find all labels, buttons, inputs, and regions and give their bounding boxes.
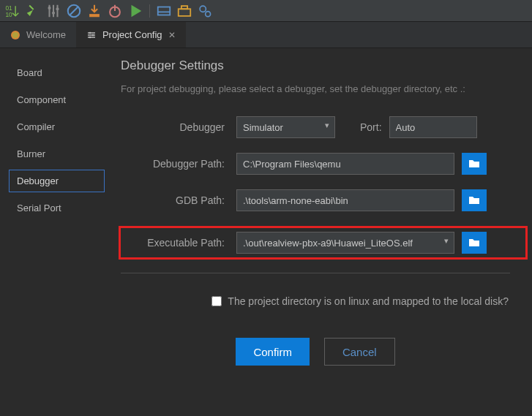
debugger-path-input[interactable] <box>236 153 454 175</box>
run-icon[interactable] <box>127 3 143 19</box>
sidebar-item-label: Compiler <box>17 121 55 132</box>
svg-rect-10 <box>158 7 171 15</box>
gdb-path-input[interactable] <box>236 189 454 211</box>
label-executable-path: Executable Path: <box>121 237 236 249</box>
svg-point-21 <box>92 34 94 35</box>
tab-label: Welcome <box>26 29 66 40</box>
toolbox-icon[interactable] <box>176 3 192 19</box>
debugger-select[interactable]: Simulator <box>236 116 335 138</box>
clean-icon[interactable] <box>25 3 41 19</box>
main-panel: Debugger Settings For project debugging,… <box>113 48 532 416</box>
label-port: Port: <box>360 121 382 133</box>
sidebar-item-label: Component <box>17 94 66 105</box>
tabbar: Welcome Project Config ✕ <box>0 22 532 48</box>
button-row: Confirm Cancel <box>121 338 510 366</box>
page-title: Debugger Settings <box>121 58 510 73</box>
forbidden-icon[interactable] <box>66 3 82 19</box>
svg-point-4 <box>56 7 59 10</box>
sidebar-item-compiler[interactable]: Compiler <box>9 116 105 138</box>
row-debugger-path: Debugger Path: <box>121 153 510 175</box>
binary-icon[interactable]: 0110 <box>4 3 20 19</box>
row-executable-path: Executable Path: .\out\realview-pbx-a9\H… <box>121 232 525 254</box>
svg-point-22 <box>89 36 91 37</box>
svg-text:10: 10 <box>5 12 12 18</box>
highlighted-executable-row: Executable Path: .\out\realview-pbx-a9\H… <box>119 226 528 260</box>
tab-project-config[interactable]: Project Config ✕ <box>76 22 186 48</box>
svg-line-6 <box>70 7 78 15</box>
page-subtitle: For project debugging, please select a d… <box>121 83 510 94</box>
toolbar: 0110 <box>0 0 532 22</box>
browse-executable-path-button[interactable] <box>462 232 487 254</box>
close-icon[interactable]: ✕ <box>168 30 176 40</box>
executable-path-select[interactable]: .\out\realview-pbx-a9\Huawei_LiteOS.elf <box>236 232 454 254</box>
svg-point-3 <box>52 11 55 14</box>
toolbar-divider <box>149 4 150 18</box>
port-input[interactable] <box>389 116 477 138</box>
label-gdb-path: GDB Path: <box>121 194 236 206</box>
cancel-button[interactable]: Cancel <box>324 338 395 366</box>
browse-debugger-path-button[interactable] <box>462 153 487 175</box>
sidebar-item-board[interactable]: Board <box>9 61 105 84</box>
browse-gdb-path-button[interactable] <box>462 189 487 211</box>
tab-welcome[interactable]: Welcome <box>0 22 76 48</box>
tab-label: Project Config <box>102 29 162 40</box>
sidebar-item-label: Serial Port <box>17 203 61 213</box>
linux-mapped-checkbox[interactable] <box>211 296 222 306</box>
row-debugger: Debugger Simulator Port: <box>121 116 510 138</box>
sidebar-item-label: Debugger <box>17 175 59 186</box>
download-icon[interactable] <box>86 3 102 19</box>
tune-icon[interactable] <box>45 3 61 19</box>
sidebar: Board Component Compiler Burner Debugger… <box>0 48 113 416</box>
row-gdb-path: GDB Path: <box>121 189 510 211</box>
linux-mapped-label: The project directory is on linux and ma… <box>228 295 509 307</box>
sidebar-item-label: Burner <box>17 148 45 159</box>
linux-mapped-row: The project directory is on linux and ma… <box>121 295 510 307</box>
sidebar-item-serial-port[interactable]: Serial Port <box>9 197 105 219</box>
sidebar-item-label: Board <box>17 67 42 78</box>
svg-rect-13 <box>181 6 187 9</box>
power-icon[interactable] <box>107 3 123 19</box>
label-debugger-path: Debugger Path: <box>121 158 236 170</box>
panel-icon[interactable] <box>156 3 172 19</box>
sidebar-item-debugger[interactable]: Debugger <box>9 170 105 192</box>
label-debugger: Debugger <box>121 121 236 133</box>
svg-point-15 <box>206 11 211 16</box>
svg-point-14 <box>200 6 206 12</box>
welcome-icon <box>10 30 20 40</box>
svg-rect-12 <box>179 9 191 16</box>
svg-point-2 <box>48 6 50 9</box>
svg-point-20 <box>89 31 91 33</box>
svg-rect-7 <box>89 14 100 17</box>
config-icon <box>86 30 97 40</box>
confirm-button[interactable]: Confirm <box>236 338 310 366</box>
gears-icon[interactable] <box>197 3 213 19</box>
sidebar-item-burner[interactable]: Burner <box>9 143 105 165</box>
sidebar-item-component[interactable]: Component <box>9 88 105 111</box>
separator <box>121 273 510 273</box>
svg-text:01: 01 <box>5 4 12 11</box>
